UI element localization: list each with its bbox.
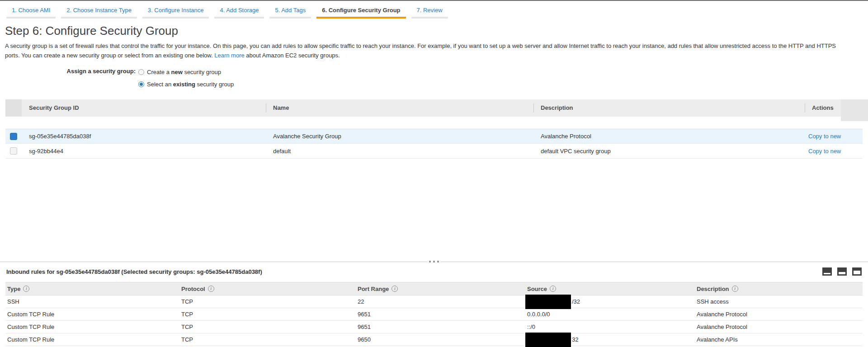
- security-group-name: Avalanche Security Group: [266, 133, 533, 140]
- inbound-rules-title: Inbound rules for sg-05e35e44785da038f (…: [6, 268, 262, 275]
- option-label: Create a new security group: [147, 69, 221, 75]
- split-panel-medium-icon[interactable]: [837, 267, 847, 276]
- inbound-rule-row-ssh: SSH TCP 22 /32 SSH access: [5, 295, 863, 308]
- learn-more-link[interactable]: Learn more: [214, 52, 244, 59]
- page-description: A security group is a set of firewall ru…: [5, 41, 844, 60]
- description-text-before: A security group is a set of firewall ru…: [5, 42, 836, 59]
- redacted-source-box: [525, 333, 571, 347]
- rule-protocol: TCP: [179, 311, 356, 318]
- assign-security-group-section: Assign a security group: Create a new se…: [0, 66, 868, 90]
- inbound-rules-header-bar: Inbound rules for sg-05e35e44785da038f (…: [0, 262, 868, 276]
- security-group-id: sg-92bb44e4: [22, 148, 266, 155]
- column-header-security-group-id: Security Group ID: [22, 99, 266, 117]
- radio-select-existing-security-group[interactable]: Select an existing security group: [138, 78, 234, 90]
- split-panel-divider: [0, 262, 868, 262]
- page-title: Step 6: Configure Security Group: [5, 24, 868, 38]
- inbound-rule-row-9650: Custom TCP Rule TCP 9650 32 Avalanche AP…: [5, 333, 863, 346]
- copy-to-new-link[interactable]: Copy to new: [808, 133, 841, 140]
- info-icon[interactable]: [550, 286, 556, 292]
- split-panel-large-icon[interactable]: [852, 267, 862, 276]
- radio-button-icon-checked[interactable]: [138, 81, 144, 87]
- split-panel-small-icon[interactable]: [822, 267, 832, 276]
- security-groups-table: Security Group ID Name Description Actio…: [5, 99, 863, 159]
- rule-source: ::/0: [525, 324, 695, 330]
- inbound-rule-row-9651-ipv6: Custom TCP Rule TCP 9651 ::/0 Avalanche …: [5, 321, 863, 333]
- security-group-row-avalanche[interactable]: sg-05e35e44785da038f Avalanche Security …: [5, 129, 863, 144]
- row-checkbox-unchecked[interactable]: [10, 147, 17, 155]
- security-group-name: default: [266, 148, 533, 155]
- column-header-description: Description: [533, 99, 805, 117]
- rule-port-range: 9651: [356, 324, 525, 330]
- panel-size-toggles: [822, 267, 862, 276]
- security-group-description: Avalanche Protocol: [533, 133, 805, 140]
- option-label: Select an existing security group: [147, 81, 234, 88]
- inbound-rules-table: Type Protocol Port Range Source Descript…: [5, 282, 863, 346]
- info-icon[interactable]: [392, 286, 398, 292]
- copy-to-new-link[interactable]: Copy to new: [808, 148, 841, 155]
- tab-choose-instance-type[interactable]: 2. Choose Instance Type: [61, 3, 137, 19]
- rule-description: SSH access: [695, 298, 863, 305]
- info-icon[interactable]: [208, 286, 214, 292]
- drag-handle-icon[interactable]: [427, 260, 441, 263]
- redacted-source-box: [525, 295, 571, 309]
- column-header-type: Type: [5, 286, 179, 292]
- rule-protocol: TCP: [179, 336, 356, 343]
- rule-protocol: TCP: [179, 298, 356, 305]
- rule-port-range: 22: [356, 298, 525, 305]
- assign-security-group-label: Assign a security group:: [0, 66, 136, 90]
- rule-type: Custom TCP Rule: [5, 336, 179, 343]
- radio-button-icon[interactable]: [138, 69, 144, 75]
- rule-type: Custom TCP Rule: [5, 311, 179, 318]
- column-header-port-range: Port Range: [356, 286, 525, 292]
- column-header-description: Description: [695, 286, 863, 292]
- rule-type: Custom TCP Rule: [5, 324, 179, 330]
- column-header-source: Source: [525, 286, 695, 292]
- rule-source: 0.0.0.0/0: [525, 311, 695, 318]
- rule-source: 32: [525, 336, 695, 343]
- tab-add-tags[interactable]: 5. Add Tags: [269, 3, 311, 19]
- security-group-row-default[interactable]: sg-92bb44e4 default default VPC security…: [5, 144, 863, 159]
- security-group-id: sg-05e35e44785da038f: [22, 133, 266, 140]
- radio-create-new-security-group[interactable]: Create a new security group: [138, 66, 234, 78]
- rule-description: Avalanche Protocol: [695, 324, 863, 330]
- tab-choose-ami[interactable]: 1. Choose AMI: [6, 3, 56, 19]
- rule-description: Avalanche APIs: [695, 336, 863, 343]
- rule-description: Avalanche Protocol: [695, 311, 863, 318]
- rule-protocol: TCP: [179, 324, 356, 330]
- tab-add-storage[interactable]: 4. Add Storage: [214, 3, 264, 19]
- info-icon[interactable]: [23, 286, 29, 292]
- description-text-after: about Amazon EC2 security groups.: [245, 52, 340, 59]
- rule-port-range: 9651: [356, 311, 525, 318]
- checkbox-column-header: [5, 99, 22, 117]
- column-header-protocol: Protocol: [179, 286, 356, 292]
- table-scrollbar[interactable]: [841, 99, 868, 121]
- column-header-name: Name: [266, 99, 533, 117]
- row-checkbox-checked[interactable]: [10, 133, 17, 140]
- rule-source: /32: [525, 298, 695, 305]
- wizard-step-tabs: 1. Choose AMI 2. Choose Instance Type 3.…: [0, 1, 868, 19]
- info-icon[interactable]: [732, 286, 738, 292]
- tab-configure-instance[interactable]: 3. Configure Instance: [142, 3, 209, 19]
- security-group-description: default VPC security group: [533, 148, 805, 155]
- rule-port-range: 9650: [356, 336, 525, 343]
- tab-configure-security-group[interactable]: 6. Configure Security Group: [316, 3, 406, 19]
- rule-type: SSH: [5, 298, 179, 305]
- security-groups-table-header: Security Group ID Name Description Actio…: [5, 99, 863, 117]
- tab-review[interactable]: 7. Review: [411, 3, 448, 19]
- inbound-rule-row-9651-ipv4: Custom TCP Rule TCP 9651 0.0.0.0/0 Avala…: [5, 308, 863, 321]
- inbound-rules-table-header: Type Protocol Port Range Source Descript…: [5, 282, 863, 295]
